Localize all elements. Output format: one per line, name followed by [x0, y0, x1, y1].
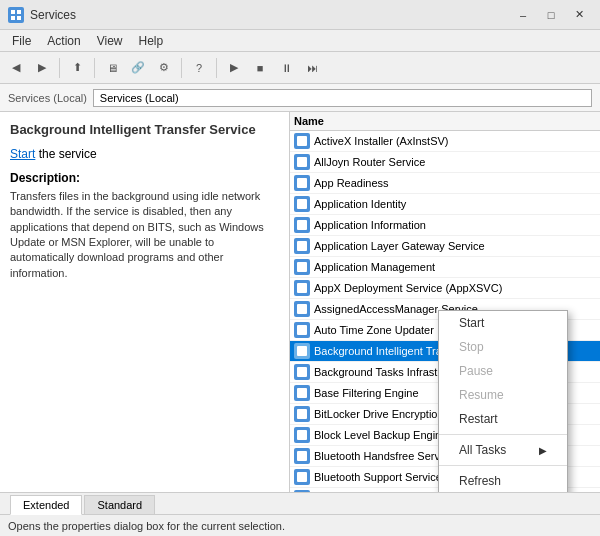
- context-menu: Start Stop Pause Resume Restart All Task…: [438, 310, 568, 492]
- service-icon: [294, 469, 310, 485]
- window-controls: – □ ✕: [510, 5, 592, 25]
- list-item[interactable]: Application Identity: [290, 194, 600, 215]
- context-menu-resume[interactable]: Resume: [439, 383, 567, 407]
- context-menu-stop[interactable]: Stop: [439, 335, 567, 359]
- address-bar: Services (Local) Services (Local): [0, 84, 600, 112]
- start-service-link[interactable]: Start: [10, 147, 35, 161]
- service-icon: [294, 385, 310, 401]
- menu-action[interactable]: Action: [39, 32, 88, 50]
- tab-standard[interactable]: Standard: [84, 495, 155, 514]
- menu-view[interactable]: View: [89, 32, 131, 50]
- name-column-header: Name: [294, 115, 596, 127]
- start-link-suffix: the service: [35, 147, 96, 161]
- svg-rect-0: [11, 10, 15, 14]
- window-title: Services: [30, 8, 76, 22]
- status-text: Opens the properties dialog box for the …: [8, 520, 285, 532]
- service-icon: [294, 259, 310, 275]
- service-icon: [294, 448, 310, 464]
- submenu-arrow-icon: ▶: [539, 445, 547, 456]
- app-icon: [8, 7, 24, 23]
- service-title: Background Intelligent Transfer Service: [10, 122, 279, 139]
- stop-service-button[interactable]: ■: [248, 56, 272, 80]
- service-icon: [294, 154, 310, 170]
- tab-extended[interactable]: Extended: [10, 495, 82, 515]
- context-menu-all-tasks[interactable]: All Tasks ▶: [439, 438, 567, 462]
- context-menu-separator-1: [439, 434, 567, 435]
- minimize-button[interactable]: –: [510, 5, 536, 25]
- service-icon: [294, 301, 310, 317]
- context-menu-pause[interactable]: Pause: [439, 359, 567, 383]
- toolbar-separator-1: [59, 58, 60, 78]
- title-bar: Services – □ ✕: [0, 0, 600, 30]
- service-icon: [294, 280, 310, 296]
- start-service-link-container: Start the service: [10, 147, 279, 161]
- menu-file[interactable]: File: [4, 32, 39, 50]
- status-bar: Opens the properties dialog box for the …: [0, 514, 600, 536]
- service-icon: [294, 322, 310, 338]
- main-content: Background Intelligent Transfer Service …: [0, 112, 600, 492]
- list-item[interactable]: AllJoyn Router Service: [290, 152, 600, 173]
- connect-button[interactable]: 🔗: [126, 56, 150, 80]
- service-description: Transfers files in the background using …: [10, 189, 279, 281]
- start-service-button[interactable]: ▶: [222, 56, 246, 80]
- pause-service-button[interactable]: ⏸: [274, 56, 298, 80]
- service-icon: [294, 217, 310, 233]
- service-icon: [294, 343, 310, 359]
- context-menu-restart[interactable]: Restart: [439, 407, 567, 431]
- description-header: Description:: [10, 171, 279, 185]
- toolbar-separator-2: [94, 58, 95, 78]
- svg-rect-1: [17, 10, 21, 14]
- list-header: Name: [290, 112, 600, 131]
- help-toolbar-button[interactable]: ?: [187, 56, 211, 80]
- back-button[interactable]: ◀: [4, 56, 28, 80]
- svg-rect-2: [11, 16, 15, 20]
- list-item[interactable]: Application Layer Gateway Service: [290, 236, 600, 257]
- service-icon: [294, 364, 310, 380]
- service-icon: [294, 133, 310, 149]
- list-item[interactable]: Application Management: [290, 257, 600, 278]
- toolbar-separator-3: [181, 58, 182, 78]
- context-menu-refresh[interactable]: Refresh: [439, 469, 567, 492]
- address-value: Services (Local): [93, 89, 592, 107]
- toolbar-separator-4: [216, 58, 217, 78]
- left-panel: Background Intelligent Transfer Service …: [0, 112, 290, 492]
- service-icon: [294, 490, 310, 492]
- address-label: Services (Local): [8, 92, 87, 104]
- list-item[interactable]: Application Information: [290, 215, 600, 236]
- right-panel: Name ActiveX Installer (AxInstSV) AllJoy…: [290, 112, 600, 492]
- forward-button[interactable]: ▶: [30, 56, 54, 80]
- menu-help[interactable]: Help: [131, 32, 172, 50]
- service-icon: [294, 238, 310, 254]
- close-button[interactable]: ✕: [566, 5, 592, 25]
- restart-service-button[interactable]: ⏭: [300, 56, 324, 80]
- service-icon: [294, 196, 310, 212]
- service-icon: [294, 175, 310, 191]
- properties-button[interactable]: ⚙: [152, 56, 176, 80]
- service-icon: [294, 427, 310, 443]
- list-item[interactable]: ActiveX Installer (AxInstSV): [290, 131, 600, 152]
- toolbar: ◀ ▶ ⬆ 🖥 🔗 ⚙ ? ▶ ■ ⏸ ⏭: [0, 52, 600, 84]
- maximize-button[interactable]: □: [538, 5, 564, 25]
- context-menu-start[interactable]: Start: [439, 311, 567, 335]
- bottom-tabs: Extended Standard: [0, 492, 600, 514]
- list-item[interactable]: AppX Deployment Service (AppXSVC): [290, 278, 600, 299]
- show-hide-button[interactable]: 🖥: [100, 56, 124, 80]
- svg-rect-3: [17, 16, 21, 20]
- menu-bar: File Action View Help: [0, 30, 600, 52]
- context-menu-separator-2: [439, 465, 567, 466]
- list-item[interactable]: App Readiness: [290, 173, 600, 194]
- up-button[interactable]: ⬆: [65, 56, 89, 80]
- service-icon: [294, 406, 310, 422]
